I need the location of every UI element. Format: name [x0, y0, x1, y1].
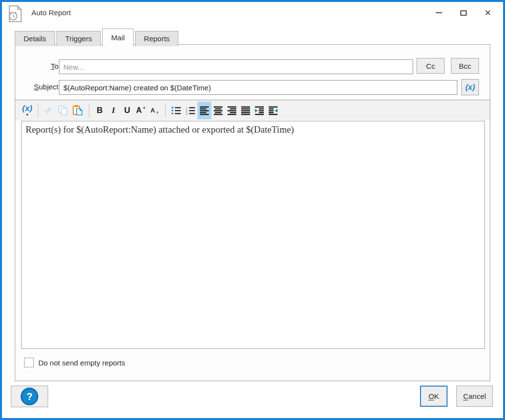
window-controls: ✕ — [432, 2, 494, 24]
paste-button[interactable] — [70, 102, 85, 119]
scissors-icon: ✂ — [42, 104, 55, 116]
decrease-indent-button[interactable] — [266, 102, 280, 119]
mail-tab-panel: To Cc Bcc Subject (x) (x) ▼ ✂ — [15, 44, 490, 381]
minimize-button[interactable] — [432, 6, 445, 19]
underline-icon: U — [124, 106, 130, 115]
tab-reports[interactable]: Reports — [135, 31, 179, 46]
svg-text:3: 3 — [186, 112, 188, 115]
align-left-button[interactable] — [197, 102, 211, 119]
close-button[interactable]: ✕ — [481, 6, 494, 19]
align-justify-icon — [241, 106, 251, 115]
bcc-button[interactable]: Bcc — [451, 58, 479, 74]
increase-font-icon: A — [136, 106, 142, 115]
toolbar-separator — [165, 104, 166, 117]
increase-indent-button[interactable] — [252, 102, 266, 119]
subject-input[interactable] — [59, 80, 457, 95]
toolbar-separator — [38, 104, 38, 117]
empty-reports-row: Do not send empty reports — [24, 358, 125, 367]
align-right-icon — [227, 106, 237, 115]
italic-button[interactable]: I — [107, 102, 120, 119]
empty-reports-checkbox[interactable] — [24, 358, 34, 367]
auto-report-dialog: Auto Report ✕ Details Triggers Mail Repo… — [0, 0, 505, 420]
tab-triggers[interactable]: Triggers — [56, 31, 101, 46]
align-center-icon — [213, 106, 223, 115]
decrease-indent-icon — [268, 106, 278, 115]
align-center-button[interactable] — [211, 102, 225, 119]
report-clock-icon — [8, 5, 23, 23]
decrease-font-button[interactable]: A▼ — [148, 102, 162, 119]
maximize-icon — [460, 10, 467, 16]
underline-button[interactable]: U — [120, 102, 134, 119]
cc-button[interactable]: Cc — [417, 58, 445, 74]
close-icon: ✕ — [484, 9, 491, 17]
tab-mail[interactable]: Mail — [102, 28, 134, 47]
formatting-toolbar: (x) ▼ ✂ — [15, 100, 490, 120]
subject-label: Subject — [19, 83, 58, 91]
bullet-list-button[interactable] — [169, 102, 183, 119]
to-label: To — [19, 62, 58, 70]
maximize-button[interactable] — [457, 6, 470, 19]
title-bar: Auto Report ✕ — [2, 2, 503, 26]
help-button[interactable]: ? — [11, 386, 48, 407]
empty-reports-label: Do not send empty reports — [38, 359, 125, 367]
decrease-font-icon: A — [150, 107, 155, 114]
copy-button[interactable] — [56, 102, 70, 119]
italic-icon: I — [112, 106, 115, 115]
insert-field-button[interactable]: (x) — [461, 79, 479, 95]
insert-field-icon: (x) — [22, 104, 32, 112]
triangle-up-icon: ▲ — [142, 105, 146, 110]
bold-button[interactable]: B — [93, 102, 107, 119]
cut-button[interactable]: ✂ — [42, 102, 56, 119]
align-justify-button[interactable] — [239, 102, 252, 119]
numbered-list-button[interactable]: 1 2 3 — [183, 102, 197, 119]
tab-bar: Details Triggers Mail Reports — [15, 28, 180, 46]
copy-icon — [57, 105, 68, 116]
increase-font-button[interactable]: A▲ — [134, 102, 148, 119]
ok-button[interactable]: OK — [420, 386, 448, 407]
minimize-icon — [436, 12, 442, 13]
toolbar-separator — [89, 104, 89, 117]
numbered-list-icon: 1 2 3 — [185, 106, 196, 115]
increase-indent-icon — [254, 106, 264, 115]
message-body-editor[interactable]: Report(s) for $(AutoReport:Name) attache… — [21, 121, 485, 349]
to-input[interactable] — [59, 59, 413, 74]
chevron-down-icon: ▼ — [26, 113, 29, 116]
insert-field-dropdown[interactable]: (x) ▼ — [20, 102, 34, 119]
triangle-down-icon: ▼ — [155, 111, 159, 115]
bold-icon: B — [97, 106, 103, 115]
align-left-icon — [199, 106, 209, 115]
align-right-button[interactable] — [225, 102, 239, 119]
cancel-button[interactable]: Cancel — [456, 386, 493, 407]
help-icon: ? — [21, 388, 38, 405]
window-title: Auto Report — [31, 8, 71, 17]
tab-details[interactable]: Details — [15, 31, 55, 46]
bullet-list-icon — [171, 106, 181, 115]
paste-icon — [72, 105, 84, 116]
